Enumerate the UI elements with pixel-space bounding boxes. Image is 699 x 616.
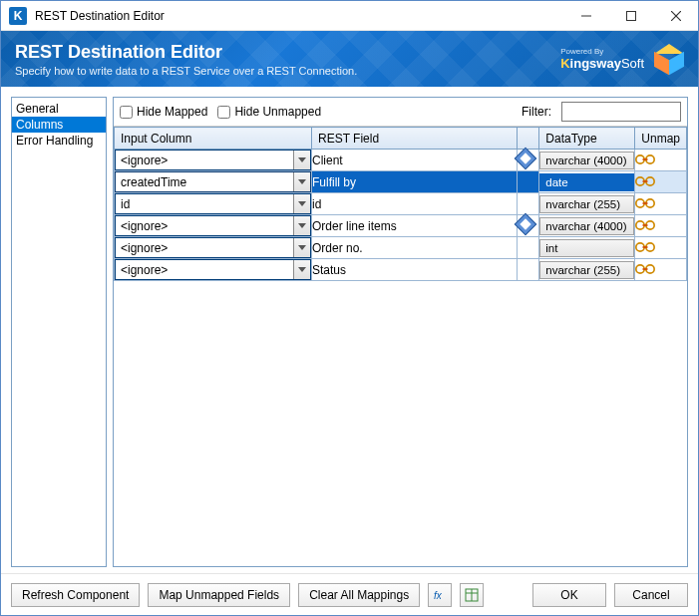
input-column-value: <ignore> bbox=[116, 219, 293, 233]
content-area: GeneralColumnsError Handling Hide Mapped… bbox=[1, 87, 698, 573]
main-panel: Hide Mapped Hide Unmapped Filter: Input … bbox=[113, 97, 688, 567]
hide-unmapped-checkbox[interactable]: Hide Unmapped bbox=[217, 105, 321, 119]
header-rest-field[interactable]: REST Field bbox=[312, 128, 518, 150]
input-column-dropdown[interactable]: createdTime bbox=[115, 171, 311, 192]
datatype-value: nvarchar (4000) bbox=[539, 152, 634, 169]
window-title: REST Destination Editor bbox=[35, 9, 563, 23]
table-row[interactable]: <ignore>Clientnvarchar (4000) bbox=[115, 150, 687, 171]
clear-all-mappings-button[interactable]: Clear All Mappings bbox=[298, 583, 420, 607]
hide-mapped-label: Hide Mapped bbox=[137, 105, 207, 119]
map-unmapped-fields-button[interactable]: Map Unmapped Fields bbox=[148, 583, 290, 607]
table-row[interactable]: <ignore>Statusnvarchar (255) bbox=[115, 259, 687, 281]
unmap-icon[interactable] bbox=[635, 152, 655, 167]
input-column-value: <ignore> bbox=[116, 154, 293, 167]
rest-field-cell[interactable]: Status bbox=[312, 259, 518, 281]
app-icon: K bbox=[9, 7, 27, 25]
fx-button[interactable]: fx bbox=[428, 583, 452, 607]
powered-by-label: Powered By bbox=[560, 48, 644, 56]
unmap-cell[interactable] bbox=[635, 193, 687, 215]
sidebar-item-error-handling[interactable]: Error Handling bbox=[12, 133, 106, 149]
input-column-value: createdTime bbox=[116, 175, 293, 189]
rest-field-cell[interactable]: Order no. bbox=[312, 237, 518, 259]
chevron-down-icon[interactable] bbox=[293, 194, 310, 213]
ok-button[interactable]: OK bbox=[532, 583, 606, 607]
rest-field-cell[interactable]: Fulfill by bbox=[312, 171, 518, 193]
unmap-cell[interactable] bbox=[635, 237, 687, 259]
key-cell bbox=[518, 171, 539, 193]
key-cell bbox=[518, 215, 539, 237]
table-row[interactable]: ididnvarchar (255) bbox=[115, 193, 687, 215]
mapping-grid: Input Column REST Field DataType Unmap <… bbox=[114, 127, 687, 566]
input-column-dropdown[interactable]: id bbox=[115, 193, 311, 214]
unmap-cell[interactable] bbox=[635, 150, 687, 171]
titlebar: K REST Destination Editor bbox=[1, 1, 698, 31]
banner-title: REST Destination Editor bbox=[15, 42, 357, 63]
key-cell bbox=[518, 150, 539, 171]
header-input-column[interactable]: Input Column bbox=[115, 128, 312, 150]
footer: Refresh Component Map Unmapped Fields Cl… bbox=[1, 573, 698, 615]
sidebar-item-columns[interactable]: Columns bbox=[12, 117, 106, 133]
datatype-cell: nvarchar (255) bbox=[539, 259, 635, 281]
unmap-cell[interactable] bbox=[635, 259, 687, 281]
svg-rect-1 bbox=[626, 11, 635, 20]
datatype-value: nvarchar (255) bbox=[539, 261, 634, 279]
cube-icon bbox=[654, 44, 684, 74]
filter-label: Filter: bbox=[522, 105, 551, 119]
input-column-dropdown[interactable]: <ignore> bbox=[115, 259, 311, 280]
editor-window: K REST Destination Editor REST Destinati… bbox=[0, 0, 699, 616]
key-cell bbox=[518, 259, 539, 281]
side-nav: GeneralColumnsError Handling bbox=[11, 97, 107, 567]
chevron-down-icon[interactable] bbox=[293, 216, 310, 235]
chevron-down-icon[interactable] bbox=[293, 172, 310, 191]
brand-logo: Powered By KingswaySoft bbox=[560, 48, 644, 70]
input-column-dropdown[interactable]: <ignore> bbox=[115, 237, 311, 258]
unmap-icon[interactable] bbox=[635, 173, 655, 189]
banner: REST Destination Editor Specify how to w… bbox=[1, 31, 698, 87]
table-row[interactable]: <ignore>Order line itemsnvarchar (4000) bbox=[115, 215, 687, 237]
unmap-cell[interactable] bbox=[635, 171, 687, 193]
header-key[interactable] bbox=[518, 128, 539, 150]
chevron-down-icon[interactable] bbox=[293, 238, 310, 257]
unmap-icon[interactable] bbox=[635, 195, 655, 211]
chevron-down-icon[interactable] bbox=[293, 260, 310, 279]
hide-unmapped-label: Hide Unmapped bbox=[234, 105, 321, 119]
unmap-icon[interactable] bbox=[635, 239, 655, 255]
datatype-value: int bbox=[539, 239, 634, 257]
input-column-value: <ignore> bbox=[116, 241, 293, 255]
unmap-icon[interactable] bbox=[635, 261, 655, 277]
chevron-down-icon[interactable] bbox=[293, 151, 310, 169]
key-icon bbox=[515, 148, 537, 170]
datatype-cell: nvarchar (255) bbox=[539, 193, 635, 215]
rest-field-cell[interactable]: Order line items bbox=[312, 215, 518, 237]
unmap-icon[interactable] bbox=[635, 217, 655, 233]
sidebar-item-general[interactable]: General bbox=[12, 101, 106, 117]
banner-subtitle: Specify how to write data to a REST Serv… bbox=[15, 65, 357, 77]
rest-field-cell[interactable]: Client bbox=[312, 150, 518, 171]
close-button[interactable] bbox=[653, 1, 698, 30]
header-unmap[interactable]: Unmap bbox=[635, 128, 687, 150]
rest-field-cell[interactable]: id bbox=[312, 193, 518, 215]
input-column-value: id bbox=[116, 197, 293, 211]
key-cell bbox=[518, 193, 539, 215]
columns-tool-button[interactable] bbox=[460, 583, 484, 607]
input-column-dropdown[interactable]: <ignore> bbox=[115, 150, 311, 170]
key-icon bbox=[515, 213, 537, 236]
table-row[interactable]: createdTimeFulfill bydate bbox=[115, 171, 687, 193]
columns-toolbar: Hide Mapped Hide Unmapped Filter: bbox=[114, 98, 687, 127]
input-column-value: <ignore> bbox=[116, 263, 293, 277]
filter-input[interactable] bbox=[561, 102, 681, 122]
input-column-dropdown[interactable]: <ignore> bbox=[115, 215, 311, 236]
header-datatype[interactable]: DataType bbox=[539, 128, 635, 150]
maximize-button[interactable] bbox=[608, 1, 653, 30]
datatype-cell: int bbox=[539, 237, 635, 259]
datatype-cell: date bbox=[539, 171, 635, 193]
hide-mapped-checkbox[interactable]: Hide Mapped bbox=[120, 105, 207, 119]
cancel-button[interactable]: Cancel bbox=[614, 583, 688, 607]
datatype-cell: nvarchar (4000) bbox=[539, 215, 635, 237]
unmap-cell[interactable] bbox=[635, 215, 687, 237]
datatype-value: nvarchar (255) bbox=[539, 195, 634, 213]
minimize-button[interactable] bbox=[563, 1, 608, 30]
refresh-component-button[interactable]: Refresh Component bbox=[11, 583, 140, 607]
table-row[interactable]: <ignore>Order no.int bbox=[115, 237, 687, 259]
datatype-value: nvarchar (4000) bbox=[539, 217, 634, 235]
